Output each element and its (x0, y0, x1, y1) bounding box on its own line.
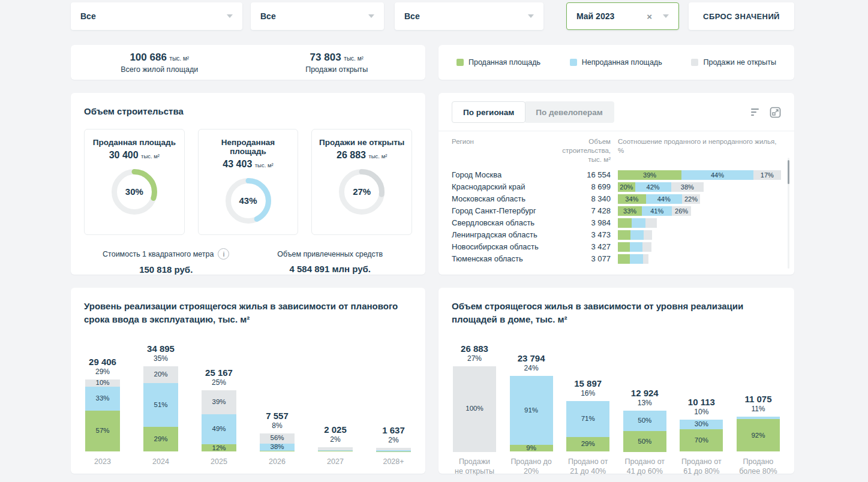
region-ratio-cell (611, 242, 781, 252)
table-row[interactable]: Ленинградская область3 473 (452, 229, 781, 241)
filter-select-3[interactable]: Все (395, 2, 543, 30)
chevron-down-icon (368, 14, 374, 18)
bar-segment: 34% (618, 194, 646, 204)
table-row[interactable]: Свердловская область3 984 (452, 217, 781, 229)
legend-label: Непроданная площадь (582, 58, 662, 67)
bar-segment: 22% (682, 194, 700, 204)
region-volume: 3 473 (554, 230, 611, 239)
expand-icon[interactable] (770, 107, 781, 118)
construction-tile: Продажи не открыты26 883 тыс. м²27% (311, 129, 412, 235)
dashboard-page: Все Все Все Май 2023 × СБРОС ЗНАЧЕНИЙ 10… (0, 0, 868, 482)
region-ratio-cell (611, 218, 781, 228)
tile-number: 30 400 (109, 150, 141, 160)
sort-icon[interactable] (751, 109, 759, 116)
chart-column: 23 79424%91%9%Продано до 20% (510, 331, 553, 477)
filter-select-2[interactable]: Все (251, 2, 384, 30)
bar-segment (318, 451, 353, 451)
legend-item: Проданная площадь (456, 58, 540, 67)
scrollbar-thumb[interactable] (788, 160, 789, 184)
stacked-bar (376, 448, 411, 452)
footnote-value: 150 818 руб. (84, 264, 248, 275)
table-row[interactable]: Новосибирская область3 427 (452, 241, 781, 253)
stat-unit: тыс. м² (170, 55, 190, 62)
bar-segment: 20% (143, 366, 178, 384)
summary-stat: 73 803 тыс. м²Продажи открыты (248, 52, 426, 74)
legend-item: Непроданная площадь (570, 58, 662, 67)
category-label: Продажи не открыты (455, 457, 494, 477)
stacked-bar: 39%49%12% (202, 390, 236, 452)
filter-select-1[interactable]: Все (71, 2, 242, 30)
category-label: 2028+ (383, 457, 404, 467)
region-volume: 7 428 (554, 206, 611, 215)
bar-share-label: 11% (751, 405, 765, 413)
bar-total-label: 2 025 (324, 424, 347, 435)
filter-period-value: Май 2023 (576, 11, 642, 21)
clear-icon[interactable]: × (642, 11, 657, 22)
chart-column: 25 16725%39%49%12%2025 (202, 331, 236, 467)
footnote-value: 4 584 891 млн руб. (248, 264, 413, 274)
filter-select-1-value: Все (80, 11, 221, 21)
legend-swatch (570, 59, 577, 66)
bar-segment: 100% (453, 366, 496, 452)
tile-unit: тыс. м² (368, 153, 387, 159)
chart-column: 7 5578%56%38%2026 (260, 331, 295, 467)
tile-unit: тыс. м² (141, 153, 160, 159)
region-ratio-cell: 34%44%22% (611, 194, 781, 204)
table-row[interactable]: Город Москва16 55439%44%17% (452, 169, 781, 181)
table-row[interactable]: Город Санкт-Петербург7 42833%41%26% (452, 205, 781, 217)
bar-segment (630, 254, 642, 264)
chevron-down-icon (528, 14, 534, 18)
construction-tile: Проданная площадь30 400 тыс. м²30% (84, 129, 185, 235)
stacked-bar: 30%70% (680, 420, 723, 452)
bar-share-label: 2% (330, 435, 340, 444)
bar-segment (618, 230, 630, 240)
col-header-volume: Объем строительства,тыс. м² (554, 137, 611, 164)
footnote-label: Стоимость 1 квадратного метраi (103, 248, 229, 260)
region-stacked-bar: 20%42%38% (618, 182, 704, 192)
legend-label: Продажи не открыты (703, 58, 776, 67)
bar-segment: 39% (202, 390, 236, 414)
reset-filters-button[interactable]: СБРОС ЗНАЧЕНИЙ (689, 2, 794, 30)
tab-by-regions[interactable]: По регионам (452, 101, 525, 123)
tile-number: 26 883 (337, 150, 368, 160)
filter-period-select[interactable]: Май 2023 × (566, 2, 679, 30)
bar-share-label: 24% (524, 364, 539, 372)
region-stacked-bar (618, 218, 657, 228)
footnote: Стоимость 1 квадратного метраi150 818 ру… (84, 248, 248, 275)
chart-column: 1 6372%2028+ (376, 331, 411, 467)
regions-table-card: По регионам По девелоперам Регион Объем … (438, 93, 794, 275)
region-ratio-cell: 39%44%17% (611, 170, 781, 180)
bar-share-label: 16% (581, 389, 595, 397)
tile-value: 43 403 тыс. м² (202, 159, 295, 170)
region-stacked-bar (618, 230, 652, 240)
bar-segment: 92% (737, 419, 780, 451)
bar-segment: 30% (680, 420, 723, 429)
bar-segment (644, 230, 652, 240)
bar-segment: 20% (618, 182, 635, 192)
chevron-down-icon (227, 14, 233, 18)
category-label: 2024 (152, 457, 169, 467)
bar-segment: 51% (143, 383, 178, 427)
region-name: Город Москва (452, 170, 554, 179)
region-stacked-bar: 39%44%17% (618, 170, 781, 180)
table-row[interactable]: Московская область8 34034%44%22% (452, 193, 781, 205)
bar-total-label: 15 897 (574, 378, 602, 388)
bar-segment: 9% (510, 445, 553, 451)
bar-segment: 29% (143, 427, 178, 451)
chart-column: 12 92413%50%50%Продано от 41 до 60% (623, 331, 666, 477)
region-volume: 3 427 (554, 242, 611, 251)
stacked-bar: 20%51%29% (143, 366, 178, 452)
table-row[interactable]: Краснодарский край8 69920%42%38% (452, 181, 781, 193)
bar-segment (618, 218, 632, 228)
regions-tabs: По регионам По девелоперам (438, 93, 794, 123)
donut-chart: 30% (110, 168, 158, 216)
table-row[interactable]: Тюменская область3 077 (452, 253, 781, 265)
footnote-text: Объем привлеченных средств (277, 250, 383, 258)
stat-unit: тыс. м² (344, 55, 364, 62)
region-volume: 3 984 (554, 218, 611, 227)
tab-by-developers[interactable]: По девелоперам (524, 101, 614, 123)
filter-select-2-value: Все (260, 11, 362, 21)
bar-total-label: 1 637 (382, 425, 405, 435)
info-icon[interactable]: i (218, 248, 229, 260)
bar-segment (630, 230, 644, 240)
